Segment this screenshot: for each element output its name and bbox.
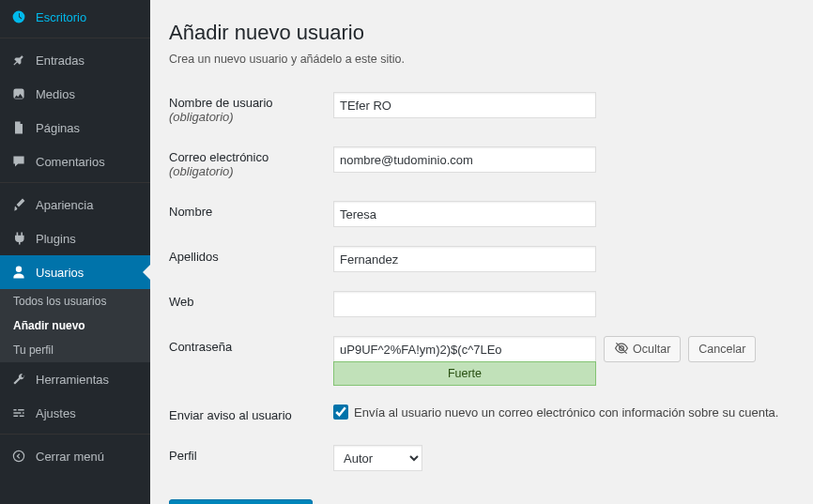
sidebar-item-escritorio[interactable]: Escritorio (0, 0, 150, 34)
wrench-icon (9, 370, 28, 389)
comment-icon (9, 152, 28, 171)
sidebar-separator (0, 430, 150, 435)
password-input[interactable] (333, 336, 596, 362)
role-label: Perfil (169, 435, 333, 481)
sidebar-label: Cerrar menú (36, 450, 104, 464)
brush-icon (9, 195, 28, 214)
plug-icon (9, 229, 28, 248)
svg-point-0 (13, 451, 23, 461)
page-subtitle: Crea un nuevo usuario y añádelo a este s… (169, 53, 794, 66)
sidebar-label: Páginas (36, 121, 80, 135)
sidebar-label: Herramientas (36, 373, 109, 387)
collapse-icon (9, 447, 28, 466)
submenu-anadir[interactable]: Añadir nuevo (0, 313, 150, 338)
notify-label: Enviar aviso al usuario (169, 395, 333, 435)
hide-password-button[interactable]: Ocultar (604, 336, 681, 362)
email-input[interactable] (333, 146, 596, 173)
password-label: Contraseña (169, 327, 333, 395)
sidebar-item-medios[interactable]: Medios (0, 77, 150, 111)
sidebar-label: Apariencia (36, 198, 93, 212)
sidebar-item-ajustes[interactable]: Ajustes (0, 396, 150, 430)
password-strength: Fuerte (333, 361, 596, 386)
sidebar-label: Usuarios (36, 266, 84, 280)
firstname-input[interactable] (333, 201, 596, 227)
sidebar-item-plugins[interactable]: Plugins (0, 221, 150, 255)
firstname-label: Nombre (169, 191, 333, 237)
eye-off-icon (614, 341, 629, 359)
page-title: Añadir nuevo usuario (169, 21, 794, 45)
sidebar-label: Entradas (36, 53, 84, 68)
submenu-perfil[interactable]: Tu perfil (0, 338, 150, 362)
user-form: Nombre de usuario (obligatorio) Correo e… (169, 83, 794, 481)
web-input[interactable] (333, 291, 596, 317)
sidebar-item-usuarios[interactable]: Usuarios (0, 255, 150, 289)
notify-checkbox[interactable] (333, 405, 348, 420)
cancel-password-button[interactable]: Cancelar (688, 336, 756, 362)
username-label: Nombre de usuario (169, 96, 273, 110)
main-content: Añadir nuevo usuario Crea un nuevo usuar… (150, 0, 813, 504)
sidebar-label: Escritorio (36, 10, 86, 24)
sidebar-item-cerrar[interactable]: Cerrar menú (0, 439, 150, 473)
sidebar-item-entradas[interactable]: Entradas (0, 43, 150, 77)
role-select[interactable]: Autor (333, 445, 422, 471)
sidebar-label: Medios (36, 87, 75, 101)
sidebar-item-comentarios[interactable]: Comentarios (0, 145, 150, 178)
submit-button[interactable]: Añadir nuevo usuario (169, 499, 313, 504)
media-icon (9, 84, 28, 103)
sidebar-separator (0, 34, 150, 38)
sidebar-label: Plugins (36, 232, 76, 246)
email-label: Correo electrónico (169, 150, 268, 164)
sidebar-label: Ajustes (36, 406, 76, 420)
lastname-input[interactable] (333, 246, 596, 272)
required-hint: (obligatorio) (169, 164, 234, 178)
sidebar-item-paginas[interactable]: Páginas (0, 111, 150, 145)
sidebar-item-herramientas[interactable]: Herramientas (0, 362, 150, 396)
sidebar-submenu: Todos los usuarios Añadir nuevo Tu perfi… (0, 289, 150, 362)
required-hint: (obligatorio) (169, 110, 234, 124)
submenu-todos[interactable]: Todos los usuarios (0, 289, 150, 313)
pin-icon (9, 51, 28, 69)
sidebar-separator (0, 178, 150, 183)
dashboard-icon (9, 8, 28, 26)
lastname-label: Apellidos (169, 237, 333, 282)
admin-sidebar: Escritorio Entradas Medios Páginas Comen… (0, 0, 150, 504)
page-icon (9, 118, 28, 137)
sidebar-item-apariencia[interactable]: Apariencia (0, 188, 150, 221)
notify-text: Envía al usuario nuevo un correo electró… (354, 405, 778, 420)
sliders-icon (9, 404, 28, 422)
user-icon (9, 263, 28, 282)
sidebar-label: Comentarios (36, 155, 105, 169)
username-input[interactable] (333, 92, 596, 118)
web-label: Web (169, 282, 333, 327)
